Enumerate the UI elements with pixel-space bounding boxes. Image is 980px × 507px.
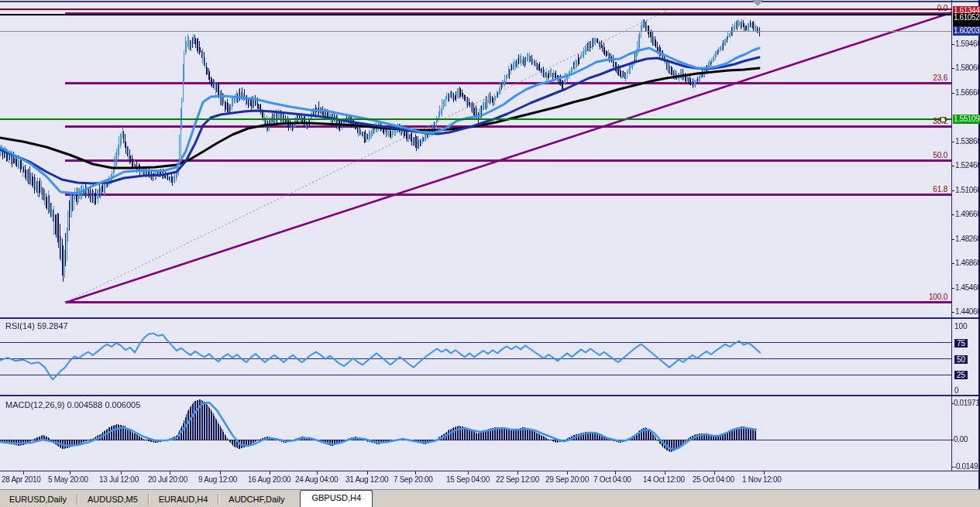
rsi-level-label: 50: [954, 355, 968, 364]
fib-level-label: 38.2: [933, 117, 947, 125]
time-axis-label: 7 Oct 04:00: [593, 475, 631, 484]
chart-tab-gbpusd[interactable]: GBPUSD,H4: [300, 490, 373, 507]
fib-level-label: 61.8: [933, 185, 947, 194]
price-axis-label: 1.51060: [955, 187, 980, 194]
macd-axis-label: 0.019711: [954, 399, 980, 407]
tab-separator: [77, 494, 77, 505]
price-axis-label: 1.53860: [955, 138, 980, 146]
time-axis-label: 14 Oct 12:00: [643, 475, 685, 484]
trading-chart-window: 1.594601.580601.566601.538601.524601.510…: [0, 0, 980, 507]
price-axis-label: 1.58060: [955, 64, 980, 72]
price-axis-label: 1.44060: [955, 308, 980, 316]
chart-shift-marker-icon[interactable]: [752, 0, 763, 6]
hidden-price-badge: [953, 21, 980, 26]
rsi-level-label: 100: [954, 322, 968, 331]
time-axis-label: 24 Aug 04:00: [295, 475, 338, 484]
time-axis-label: 28 Apr 2010: [2, 475, 41, 484]
chart-tab-euraud[interactable]: EURAUD,H4: [150, 492, 218, 507]
chart-tab-eurusd[interactable]: EURUSD,Daily: [0, 492, 76, 507]
tab-separator: [218, 494, 218, 505]
time-axis-label: 7 Sep 20:00: [394, 475, 433, 484]
time-axis-label: 16 Aug 20:00: [248, 475, 291, 484]
price-axis-label: 1.59460: [955, 40, 980, 48]
price-axis-label: 1.52460: [955, 162, 980, 170]
fib-level-label: 0.0: [937, 4, 947, 12]
window-top-border: [0, 1, 980, 2]
time-axis-label: 22 Sep 12:00: [496, 475, 539, 484]
time-axis-label: 25 Oct 04:00: [693, 475, 734, 484]
price-axis-label: 1.48260: [955, 235, 980, 243]
macd-axis-label: 0.00: [954, 436, 968, 444]
time-axis-label: 15 Sep 04:00: [446, 475, 490, 484]
macd-axis-label: -0.01491: [954, 463, 980, 471]
macd-indicator-title: MACD(12,26,9) 0.004588 0.006005: [5, 400, 140, 409]
fib-level-label: 50.0: [933, 151, 947, 159]
chart-tab-bar: EURUSD,DailyAUDUSD,M5EURAUD,H4AUDCHF,Dai…: [0, 489, 980, 507]
price-axis-label: 1.49660: [955, 211, 980, 218]
bid-price-badge: 1.60203: [953, 26, 980, 36]
rsi-indicator-title: RSI(14) 59.2847: [5, 321, 68, 331]
fib-level-label: 100.0: [929, 293, 947, 301]
time-axis-label: 5 May 20:00: [48, 475, 88, 484]
time-axis-label: 1 Nov 12:00: [742, 475, 782, 484]
rsi-level-label: 25: [954, 371, 968, 379]
time-axis-label: 29 Sep 20:00: [545, 475, 589, 484]
rsi-level-label: 0: [954, 386, 959, 395]
rsi-level-label: 75: [954, 339, 968, 348]
time-axis-label: 20 Jul 20:00: [148, 475, 187, 484]
price-axis-label: 1.45460: [955, 284, 980, 292]
green-line-price-badge: 1.55109: [953, 115, 980, 124]
time-axis-label: 13 Jul 12:00: [99, 475, 139, 484]
tab-separator: [148, 494, 149, 505]
chart-canvas[interactable]: [0, 0, 980, 489]
time-axis-label: 31 Aug 12:00: [346, 475, 388, 484]
chart-tab-audusd[interactable]: AUDUSD,M5: [78, 492, 147, 507]
chart-tab-audchf[interactable]: AUDCHF,Daily: [219, 492, 294, 507]
price-axis-label: 1.56660: [955, 89, 980, 97]
fib-level-label: 23.6: [933, 74, 947, 82]
time-axis-label: 9 Aug 12:00: [198, 475, 237, 484]
price-axis-label: 1.46860: [955, 259, 980, 267]
